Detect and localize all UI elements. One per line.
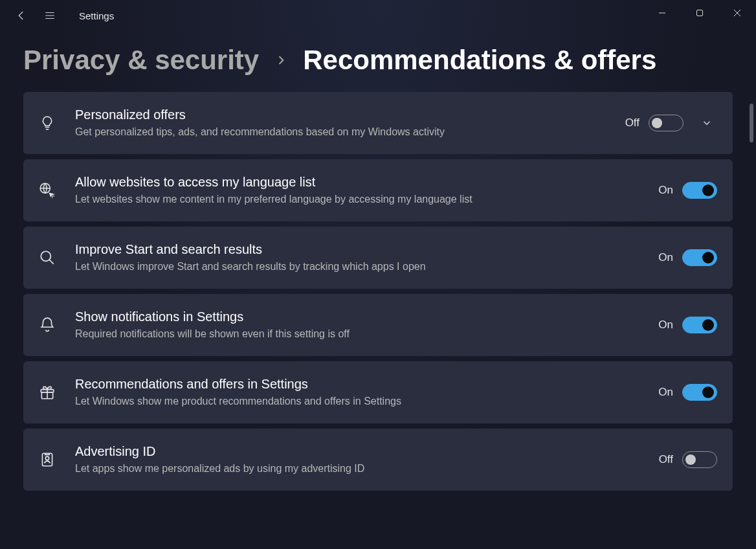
setting-desc: Let Windows show me product recommendati… [75, 394, 640, 409]
toggle-state-label: Off [625, 117, 639, 129]
bell-icon [38, 315, 57, 335]
svg-text:字: 字 [50, 193, 55, 199]
page-title: Recommendations & offers [303, 47, 656, 74]
hamburger-menu-icon[interactable] [44, 10, 56, 21]
chevron-right-icon [274, 54, 287, 67]
setting-title: Allow websites to access my language lis… [75, 175, 640, 190]
svg-point-7 [45, 456, 49, 460]
setting-advertising-id[interactable]: Advertising ID Let apps show me personal… [23, 429, 733, 491]
setting-title: Recommendations and offers in Settings [75, 377, 640, 392]
lightbulb-icon [38, 113, 57, 133]
setting-title: Advertising ID [75, 444, 641, 459]
minimize-button[interactable] [643, 0, 681, 26]
toggle-state-label: On [658, 319, 673, 331]
setting-personalized-offers[interactable]: Personalized offers Get personalized tip… [23, 92, 733, 154]
toggle-switch[interactable] [682, 451, 717, 468]
back-button[interactable] [16, 10, 27, 21]
setting-desc: Let apps show me personalized ads by usi… [75, 462, 641, 476]
toggle-switch[interactable] [682, 317, 717, 333]
titlebar: Settings [0, 0, 756, 31]
setting-notifications[interactable]: Show notifications in Settings Required … [23, 294, 733, 356]
app-title: Settings [79, 10, 114, 21]
search-icon [38, 248, 57, 267]
svg-rect-0 [697, 10, 703, 16]
toggle-state-label: On [658, 184, 673, 197]
toggle-switch[interactable] [682, 384, 717, 401]
svg-point-3 [41, 251, 50, 261]
setting-desc: Required notifications will be shown eve… [75, 327, 640, 341]
breadcrumb-parent[interactable]: Privacy & security [23, 47, 259, 74]
maximize-button[interactable] [681, 0, 718, 26]
setting-desc: Let websites show me content in my prefe… [75, 192, 640, 207]
setting-language-list[interactable]: 字 Allow websites to access my language l… [23, 159, 733, 221]
settings-list: Personalized offers Get personalized tip… [0, 92, 756, 539]
toggle-switch[interactable] [682, 249, 717, 266]
close-button[interactable] [718, 0, 756, 26]
toggle-state-label: On [658, 386, 673, 399]
chevron-down-icon[interactable] [696, 113, 717, 133]
globe-language-icon: 字 [38, 181, 57, 200]
toggle-switch[interactable] [649, 115, 684, 131]
setting-recommendations-in-settings[interactable]: Recommendations and offers in Settings L… [23, 361, 733, 423]
setting-desc: Let Windows improve Start and search res… [75, 260, 640, 274]
toggle-state-label: Off [659, 453, 673, 466]
setting-desc: Get personalized tips, ads, and recommen… [75, 125, 607, 139]
gift-icon [38, 383, 57, 402]
setting-improve-search[interactable]: Improve Start and search results Let Win… [23, 227, 733, 289]
toggle-state-label: On [658, 251, 673, 264]
setting-title: Improve Start and search results [75, 242, 640, 257]
breadcrumb: Privacy & security Recommendations & off… [0, 31, 756, 92]
scrollbar-thumb[interactable] [750, 104, 753, 142]
setting-title: Personalized offers [75, 107, 607, 122]
setting-title: Show notifications in Settings [75, 309, 640, 324]
id-card-icon [38, 450, 57, 469]
window-controls [643, 0, 756, 26]
toggle-switch[interactable] [682, 182, 717, 199]
